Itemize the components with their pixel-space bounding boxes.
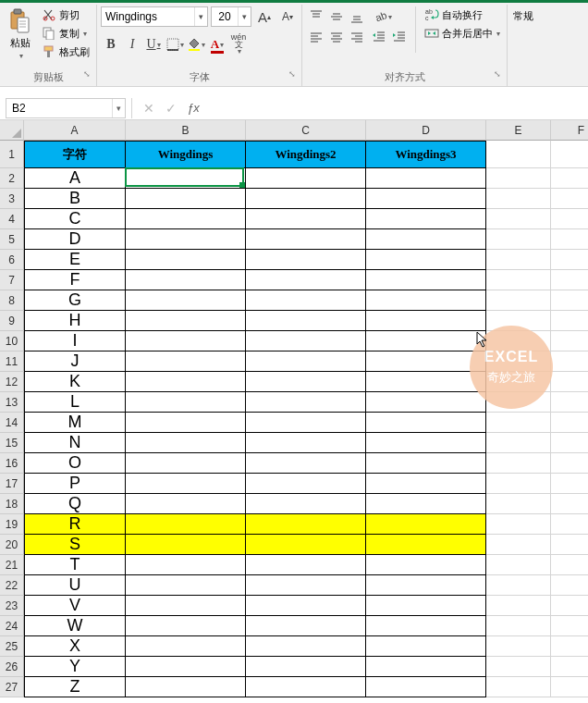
cell[interactable] bbox=[126, 250, 246, 270]
cell[interactable] bbox=[126, 189, 246, 209]
row-header[interactable]: 15 bbox=[0, 433, 24, 453]
column-header[interactable]: B bbox=[126, 120, 246, 141]
cell[interactable] bbox=[551, 372, 588, 392]
border-button[interactable]: ▾ bbox=[165, 34, 185, 55]
cell[interactable] bbox=[551, 596, 588, 616]
cell[interactable] bbox=[366, 535, 486, 555]
cell[interactable] bbox=[246, 413, 366, 433]
chevron-down-icon[interactable]: ▾ bbox=[112, 99, 125, 117]
font-size-input[interactable] bbox=[212, 10, 238, 23]
cell[interactable] bbox=[486, 575, 551, 596]
cell[interactable]: T bbox=[24, 555, 126, 575]
cell[interactable] bbox=[126, 453, 246, 474]
cell[interactable] bbox=[126, 209, 246, 229]
cell[interactable] bbox=[551, 474, 588, 494]
cell[interactable] bbox=[551, 677, 588, 697]
cell[interactable] bbox=[126, 372, 246, 392]
row-header[interactable]: 14 bbox=[0, 413, 24, 433]
cell[interactable] bbox=[246, 555, 366, 575]
phonetic-button[interactable]: wén文▾ bbox=[228, 34, 249, 55]
cell[interactable] bbox=[486, 290, 551, 311]
cell[interactable] bbox=[246, 270, 366, 290]
cell[interactable] bbox=[486, 494, 551, 514]
cell[interactable]: Z bbox=[24, 677, 126, 697]
chevron-down-icon[interactable]: ▾ bbox=[238, 7, 251, 26]
cell[interactable] bbox=[126, 514, 246, 535]
cell[interactable] bbox=[551, 636, 588, 657]
cell[interactable]: B bbox=[24, 189, 126, 209]
cell[interactable] bbox=[486, 636, 551, 657]
cell[interactable] bbox=[366, 474, 486, 494]
cell[interactable] bbox=[366, 189, 486, 209]
cell[interactable] bbox=[551, 250, 588, 270]
cell[interactable]: P bbox=[24, 474, 126, 494]
row-header[interactable]: 23 bbox=[0, 596, 24, 616]
cell[interactable]: S bbox=[24, 535, 126, 555]
cell[interactable]: Q bbox=[24, 494, 126, 514]
row-header[interactable]: 24 bbox=[0, 616, 24, 636]
cell[interactable]: C bbox=[24, 209, 126, 229]
enter-button[interactable]: ✓ bbox=[160, 101, 182, 116]
cell[interactable] bbox=[366, 250, 486, 270]
chevron-down-icon[interactable]: ▾ bbox=[194, 7, 207, 26]
dialog-launcher-icon[interactable]: ⤡ bbox=[83, 69, 91, 79]
cell[interactable] bbox=[551, 392, 588, 413]
cell[interactable] bbox=[551, 453, 588, 474]
name-box[interactable]: ▾ bbox=[6, 98, 126, 118]
bold-button[interactable]: B bbox=[101, 34, 121, 55]
cell[interactable] bbox=[126, 596, 246, 616]
row-header[interactable]: 4 bbox=[0, 209, 24, 229]
cell[interactable] bbox=[126, 168, 246, 189]
cell[interactable] bbox=[246, 372, 366, 392]
cell[interactable] bbox=[486, 392, 551, 413]
dialog-launcher-icon[interactable]: ⤡ bbox=[494, 69, 501, 79]
cell[interactable] bbox=[551, 209, 588, 229]
cell[interactable]: J bbox=[24, 352, 126, 372]
cell[interactable] bbox=[551, 311, 588, 331]
cell[interactable] bbox=[246, 474, 366, 494]
merge-center-button[interactable]: 合并后居中 ▾ bbox=[422, 25, 503, 42]
cell[interactable] bbox=[486, 372, 551, 392]
select-all-corner[interactable] bbox=[0, 120, 24, 141]
name-box-input[interactable] bbox=[6, 102, 112, 115]
row-header[interactable]: 26 bbox=[0, 657, 24, 677]
cell[interactable] bbox=[486, 433, 551, 453]
cell[interactable] bbox=[246, 209, 366, 229]
fill-color-button[interactable]: ▾ bbox=[186, 34, 206, 55]
cell[interactable] bbox=[486, 555, 551, 575]
cell[interactable] bbox=[486, 270, 551, 290]
row-header[interactable]: 12 bbox=[0, 372, 24, 392]
cell[interactable]: Y bbox=[24, 657, 126, 677]
cell[interactable] bbox=[246, 433, 366, 453]
cell[interactable] bbox=[486, 168, 551, 189]
cell[interactable] bbox=[551, 290, 588, 311]
cell[interactable]: D bbox=[24, 229, 126, 250]
cell[interactable] bbox=[246, 331, 366, 352]
cell[interactable]: X bbox=[24, 636, 126, 657]
align-middle-button[interactable] bbox=[326, 6, 347, 27]
cell[interactable]: Wingdings bbox=[126, 141, 246, 168]
row-header[interactable]: 13 bbox=[0, 392, 24, 413]
increase-font-button[interactable]: A▴ bbox=[254, 6, 275, 27]
row-header[interactable]: 10 bbox=[0, 331, 24, 352]
row-header[interactable]: 9 bbox=[0, 311, 24, 331]
cell[interactable] bbox=[551, 657, 588, 677]
cell[interactable] bbox=[366, 229, 486, 250]
cell[interactable] bbox=[126, 290, 246, 311]
row-header[interactable]: 7 bbox=[0, 270, 24, 290]
italic-button[interactable]: I bbox=[122, 34, 142, 55]
cell[interactable] bbox=[126, 636, 246, 657]
cell[interactable] bbox=[551, 189, 588, 209]
row-header[interactable]: 17 bbox=[0, 474, 24, 494]
cell[interactable] bbox=[246, 677, 366, 697]
font-name-input[interactable] bbox=[102, 10, 194, 23]
cell[interactable] bbox=[486, 616, 551, 636]
increase-indent-button[interactable] bbox=[389, 27, 410, 47]
cell[interactable] bbox=[126, 392, 246, 413]
cell[interactable]: F bbox=[24, 270, 126, 290]
cell[interactable] bbox=[126, 474, 246, 494]
cell[interactable] bbox=[486, 352, 551, 372]
cell[interactable] bbox=[366, 352, 486, 372]
column-header[interactable]: F bbox=[551, 120, 588, 141]
decrease-indent-button[interactable] bbox=[369, 27, 389, 47]
